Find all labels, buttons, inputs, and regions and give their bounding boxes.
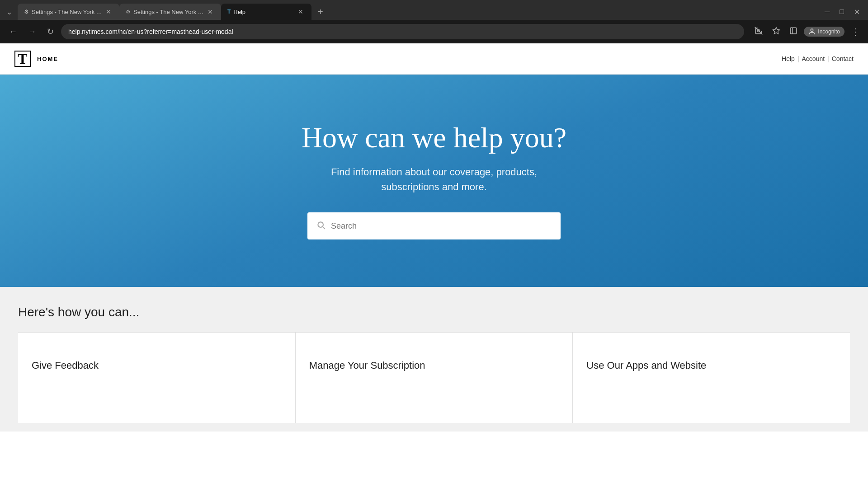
nav-help-link[interactable]: Help [782,55,795,62]
search-input[interactable] [331,221,552,231]
sidebar-icon[interactable] [787,25,800,38]
forward-button[interactable]: → [24,25,40,38]
tab-1[interactable]: ⚙ Settings - The New York Times ✕ [18,4,119,20]
tab-3[interactable]: T Help ✕ [221,4,311,20]
card-give-feedback-title: Give Feedback [32,360,99,371]
cards-row: Give Feedback Manage Your Subscription U… [18,332,850,423]
header-nav: Help | Account | Contact [782,55,854,62]
svg-rect-3 [791,28,797,34]
tab-list-button[interactable]: ⌄ [4,6,15,18]
nyt-logo: T [14,51,31,67]
nav-contact-link[interactable]: Contact [832,55,854,62]
minimize-button[interactable]: ─ [820,6,834,18]
nav-account-link[interactable]: Account [802,55,825,62]
page-header: T HOME Help | Account | Contact [0,43,868,75]
hero-subtitle-line2: subscriptions and more. [381,181,487,192]
tab-2-favicon: ⚙ [126,9,131,15]
tab-3-label: Help [233,9,245,15]
nav-separator-2: | [827,55,829,62]
svg-point-5 [811,29,813,31]
tab-1-label: Settings - The New York Times [32,9,104,15]
bookmark-icon[interactable] [769,25,783,38]
tab-3-close[interactable]: ✕ [296,7,305,16]
tab-3-favicon: T [227,9,231,15]
card-give-feedback[interactable]: Give Feedback [18,333,296,423]
incognito-badge: Incognito [804,27,844,37]
omnibar-row: ← → ↻ [0,20,868,43]
more-options-icon[interactable]: ⋮ [848,24,863,39]
tab-2-label: Settings - The New York Times [133,9,206,15]
hero-title: How can we help you? [302,122,566,154]
browser-actions: Incognito ⋮ [751,24,863,39]
home-label[interactable]: HOME [37,56,58,62]
section-heading: Here's how you can... [18,305,850,319]
card-manage-subscription[interactable]: Manage Your Subscription [296,333,573,423]
tab-1-close[interactable]: ✕ [104,7,113,16]
camera-off-icon[interactable] [751,24,766,39]
bottom-section: Here's how you can... Give Feedback Mana… [0,287,868,432]
hero-subtitle-line1: Find information about our coverage, pro… [331,166,537,178]
search-icon [316,221,326,232]
close-button[interactable]: ✕ [849,6,864,18]
svg-marker-2 [773,28,780,34]
card-apps-website-title: Use Our Apps and Website [586,360,706,371]
tab-1-favicon: ⚙ [24,9,29,15]
hero-section: How can we help you? Find information ab… [0,75,868,287]
hero-subtitle: Find information about our coverage, pro… [331,164,537,194]
incognito-label: Incognito [818,28,840,35]
refresh-button[interactable]: ↻ [43,25,57,38]
page-content: T HOME Help | Account | Contact How can … [0,43,868,432]
tab-back-forward: ⌄ [4,6,15,18]
logo-area: T HOME [14,51,58,67]
browser-chrome: ⌄ ⚙ Settings - The New York Times ✕ ⚙ Se… [0,0,868,43]
svg-line-7 [323,226,325,229]
maximize-button[interactable]: □ [835,6,849,18]
search-box [307,212,561,239]
tab-bar: ⌄ ⚙ Settings - The New York Times ✕ ⚙ Se… [0,0,868,20]
window-controls: ─ □ ✕ [820,6,864,18]
card-manage-subscription-title: Manage Your Subscription [309,360,425,371]
back-button[interactable]: ← [5,25,21,38]
nav-separator-1: | [797,55,799,62]
tab-2[interactable]: ⚙ Settings - The New York Times ✕ [119,4,221,20]
tab-2-close[interactable]: ✕ [206,7,215,16]
card-apps-website[interactable]: Use Our Apps and Website [573,333,850,423]
new-tab-button[interactable]: + [313,5,328,19]
address-bar[interactable] [61,24,744,39]
